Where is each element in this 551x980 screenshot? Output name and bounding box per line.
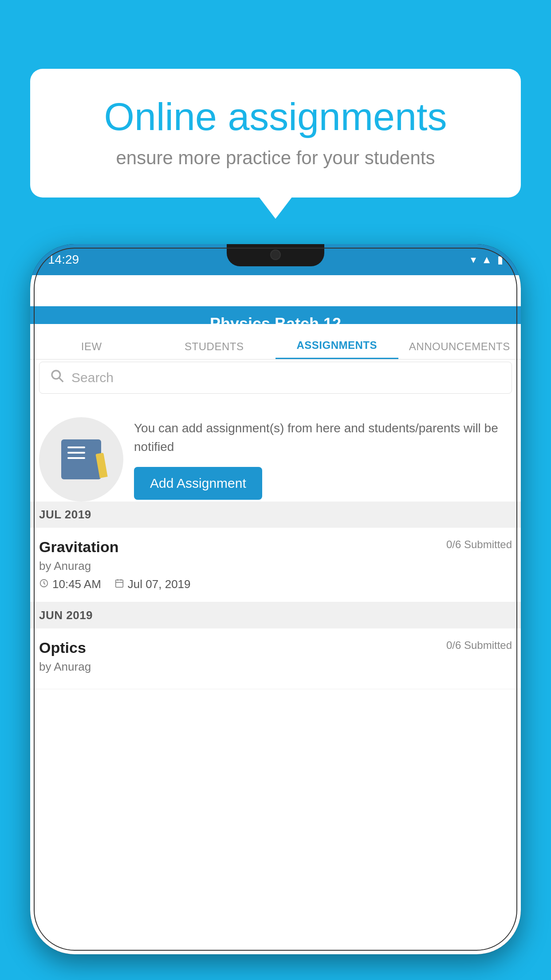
- search-icon: [50, 369, 64, 387]
- wifi-icon: ▾: [471, 253, 476, 266]
- notebook-lines: [67, 447, 85, 462]
- tabs-bar: IEW STUDENTS ASSIGNMENTS ANNOUNCEMENTS: [30, 324, 521, 360]
- section-header-jun: JUN 2019: [30, 602, 521, 628]
- assignment-time: 10:45 AM: [39, 577, 101, 591]
- speech-bubble-container: Online assignments ensure more practice …: [30, 69, 521, 198]
- battery-icon: ▮: [497, 253, 503, 266]
- assignment-gravitation[interactable]: Gravitation 0/6 Submitted by Anurag 10:4…: [30, 528, 521, 602]
- svg-line-1: [59, 378, 63, 382]
- date-value: Jul 07, 2019: [128, 577, 191, 591]
- time-value: 10:45 AM: [52, 577, 101, 591]
- assignment-title: Gravitation: [39, 538, 118, 556]
- tab-assignments[interactable]: ASSIGNMENTS: [276, 339, 398, 359]
- section-header-jul: JUL 2019: [30, 502, 521, 528]
- calendar-icon: [114, 578, 124, 591]
- notebook-icon: [61, 439, 101, 479]
- tab-students[interactable]: STUDENTS: [153, 340, 276, 359]
- assignment-top: Gravitation 0/6 Submitted: [39, 538, 512, 556]
- empty-state-icon-circle: [39, 417, 123, 502]
- assignment-by: by Anurag: [39, 559, 512, 573]
- speech-bubble: Online assignments ensure more practice …: [30, 69, 521, 198]
- assignment-optics[interactable]: Optics 0/6 Submitted by Anurag: [30, 628, 521, 689]
- signal-icon: ▲: [481, 253, 492, 266]
- clock-icon: [39, 578, 49, 591]
- empty-description: You can add assignment(s) from here and …: [134, 419, 512, 456]
- assignment-optics-top: Optics 0/6 Submitted: [39, 639, 512, 656]
- add-assignment-button[interactable]: Add Assignment: [134, 467, 262, 500]
- tab-iew[interactable]: IEW: [30, 340, 153, 359]
- tab-announcements[interactable]: ANNOUNCEMENTS: [398, 340, 521, 359]
- phone-frame: 14:29 ▾ ▲ ▮ ← Physics Batch 12 Owner ⚙ I…: [30, 244, 521, 954]
- assignment-optics-submitted: 0/6 Submitted: [446, 639, 512, 652]
- empty-content: You can add assignment(s) from here and …: [134, 419, 512, 500]
- speech-bubble-subtitle: ensure more practice for your students: [61, 147, 490, 169]
- phone-notch: [227, 244, 324, 266]
- svg-rect-3: [116, 580, 123, 587]
- assignment-submitted: 0/6 Submitted: [446, 538, 512, 551]
- empty-state: You can add assignment(s) from here and …: [30, 404, 521, 515]
- pencil-icon: [95, 453, 107, 478]
- svg-point-0: [52, 371, 60, 379]
- status-time: 14:29: [48, 253, 79, 267]
- phone-screen: ← Physics Batch 12 Owner ⚙ IEW STUDENTS …: [30, 275, 521, 954]
- front-camera: [270, 249, 281, 260]
- assignment-meta: 10:45 AM Jul 07, 2019: [39, 577, 512, 591]
- assignment-optics-by: by Anurag: [39, 660, 512, 674]
- search-bar[interactable]: Search: [39, 362, 512, 394]
- search-placeholder: Search: [71, 370, 114, 385]
- status-icons: ▾ ▲ ▮: [471, 253, 503, 266]
- assignment-date: Jul 07, 2019: [114, 577, 191, 591]
- assignments-list: JUL 2019 Gravitation 0/6 Submitted by An…: [30, 502, 521, 689]
- speech-bubble-title: Online assignments: [61, 95, 490, 138]
- assignment-optics-title: Optics: [39, 639, 86, 656]
